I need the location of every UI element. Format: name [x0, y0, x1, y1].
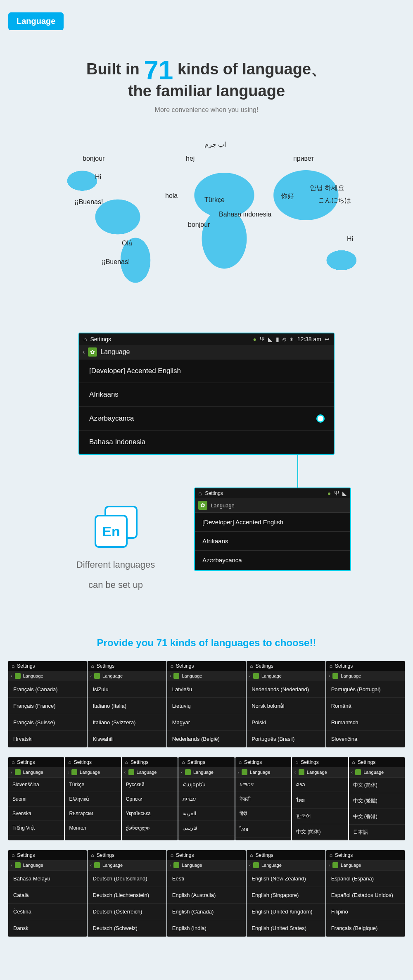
language-option[interactable]: العربية — [178, 806, 234, 821]
language-option[interactable]: Bahasa Melayu — [8, 871, 87, 887]
language-option[interactable]: Filipino — [326, 904, 405, 920]
grid-language-label: Language — [102, 863, 123, 868]
language-option[interactable]: Rumantsch — [326, 714, 405, 731]
language-option[interactable]: Português (Portugal) — [326, 681, 405, 698]
language-option[interactable]: Հայերեն — [178, 778, 234, 792]
language-option[interactable]: English (Singapore) — [247, 887, 325, 904]
language-option[interactable]: [Developer] Accented English — [79, 359, 334, 383]
language-option[interactable]: नेपाली — [235, 792, 291, 806]
language-option[interactable]: Nederlands (België) — [167, 731, 246, 747]
language-option[interactable]: Svenska — [8, 806, 64, 821]
language-option[interactable]: Afrikaans — [195, 532, 350, 551]
language-option[interactable]: Italiano (Svizzera) — [88, 714, 166, 731]
map-greeting-label: hola — [165, 192, 178, 200]
language-option[interactable]: Українська — [122, 806, 178, 821]
language-option[interactable]: English (United Kingdom) — [247, 904, 325, 920]
language-option[interactable]: አማርኛ — [235, 778, 291, 792]
language-option[interactable]: IsiZulu — [88, 681, 166, 698]
language-option[interactable]: Eesti — [167, 871, 246, 887]
language-option[interactable]: Српски — [122, 792, 178, 806]
en-block: En Different languages can be set up — [62, 504, 169, 592]
language-option[interactable]: Монгол — [65, 821, 121, 835]
gear-icon — [173, 862, 179, 868]
language-option[interactable]: Français (France) — [8, 698, 87, 714]
language-option[interactable]: English (United States) — [247, 920, 325, 937]
grid-col-subheader: ‹Language — [178, 767, 234, 778]
language-option[interactable]: Deutsch (Liechtenstein) — [88, 887, 166, 904]
language-option[interactable]: 中文 (香港) — [349, 809, 405, 825]
language-option[interactable]: 中文 (简体) — [292, 824, 348, 840]
grid-col-header: ⌂Settings — [8, 661, 87, 671]
language-option[interactable]: Azərbaycanca — [79, 407, 334, 431]
language-option[interactable]: हिंदी — [235, 806, 291, 821]
language-option[interactable]: Suomi — [8, 792, 64, 806]
language-option[interactable]: Français (Belgique) — [326, 920, 405, 937]
language-option[interactable]: Dansk — [8, 920, 87, 937]
language-option[interactable]: ລາວ — [292, 778, 348, 792]
language-option[interactable]: Italiano (Italia) — [88, 698, 166, 714]
language-option[interactable]: Lietuvių — [167, 698, 246, 714]
language-option[interactable]: Български — [65, 806, 121, 821]
language-option[interactable]: 中文 (简体) — [349, 778, 405, 793]
language-option[interactable]: Español (Estados Unidos) — [326, 887, 405, 904]
language-section-header: ‹ ✿ Language — [79, 345, 334, 359]
grid-col-header: ⌂Settings — [8, 850, 87, 860]
language-option[interactable]: Polski — [247, 714, 325, 731]
gear-icon: ✿ — [88, 347, 97, 357]
language-option[interactable]: Tiếng Việt — [8, 821, 64, 835]
gear-icon — [253, 862, 259, 868]
grid-col-subheader: ‹Language — [292, 767, 348, 778]
grid-language-label: Language — [80, 770, 100, 775]
language-option[interactable]: Norsk bokmål — [247, 698, 325, 714]
language-option[interactable]: ไทย — [292, 792, 348, 809]
language-option[interactable]: Français (Suisse) — [8, 714, 87, 731]
language-option[interactable]: 日本語 — [349, 825, 405, 840]
language-option[interactable]: English (India) — [167, 920, 246, 937]
language-option[interactable]: English (Australia) — [167, 887, 246, 904]
language-option[interactable]: [Developer] Accented English — [195, 513, 350, 532]
chevron-left-icon: ‹ — [11, 673, 12, 678]
gear-icon — [299, 769, 304, 775]
language-option[interactable]: فارسی — [178, 821, 234, 835]
language-option[interactable]: Slovenščina — [8, 778, 64, 792]
language-option[interactable]: Deutsch (Schweiz) — [88, 920, 166, 937]
language-option[interactable]: English (New Zealand) — [247, 871, 325, 887]
language-option[interactable]: Magyar — [167, 714, 246, 731]
language-option[interactable]: Ελληνικά — [65, 792, 121, 806]
language-option[interactable]: ქართული — [122, 821, 178, 835]
grid-settings-label: Settings — [244, 759, 262, 765]
language-option[interactable]: Català — [8, 887, 87, 904]
settings-screenshot-small: ⌂ Settings ● Ψ ◣ ✿ Language [Developer] … — [194, 488, 351, 571]
language-option[interactable]: 中文 (繁體) — [349, 793, 405, 809]
language-grid-column: ⌂Settings‹LanguageSlovenščinaSuomiSvensk… — [8, 757, 64, 840]
language-option[interactable]: Français (Canada) — [8, 681, 87, 698]
back-icon: ↩ — [325, 336, 330, 343]
language-option[interactable]: Azərbaycanca — [195, 551, 350, 570]
language-option[interactable]: Bahasa Indonesia — [79, 431, 334, 454]
language-option[interactable]: Deutsch (Österreich) — [88, 904, 166, 920]
language-option[interactable]: Türkçe — [65, 778, 121, 792]
language-option[interactable]: Nederlands (Nederland) — [247, 681, 325, 698]
grid-col-header: ⌂Settings — [292, 757, 348, 767]
headline-line2: the familiar language — [8, 82, 405, 100]
grid-language-label: Language — [23, 673, 43, 678]
language-option[interactable]: Čeština — [8, 904, 87, 920]
map-greeting-label: bonjour — [188, 221, 210, 228]
grid-col-subheader: ‹Language — [88, 860, 166, 871]
language-option[interactable]: עברית — [178, 792, 234, 806]
language-option[interactable]: Slovenčina — [326, 731, 405, 747]
map-greeting-label: اب جرم — [204, 140, 226, 148]
language-option[interactable]: Deutsch (Deutschland) — [88, 871, 166, 887]
language-option[interactable]: Hrvatski — [8, 731, 87, 747]
language-option[interactable]: Español (España) — [326, 871, 405, 887]
grid-col-subheader: ‹Language — [247, 671, 325, 681]
language-option[interactable]: Português (Brasil) — [247, 731, 325, 747]
language-option[interactable]: 한국어 — [292, 809, 348, 824]
language-option[interactable]: Afrikaans — [79, 383, 334, 407]
language-option[interactable]: Română — [326, 698, 405, 714]
language-option[interactable]: English (Canada) — [167, 904, 246, 920]
language-option[interactable]: Latviešu — [167, 681, 246, 698]
language-option[interactable]: Русский — [122, 778, 178, 792]
language-option[interactable]: Kiswahili — [88, 731, 166, 747]
language-option[interactable]: ไทย — [235, 821, 291, 837]
